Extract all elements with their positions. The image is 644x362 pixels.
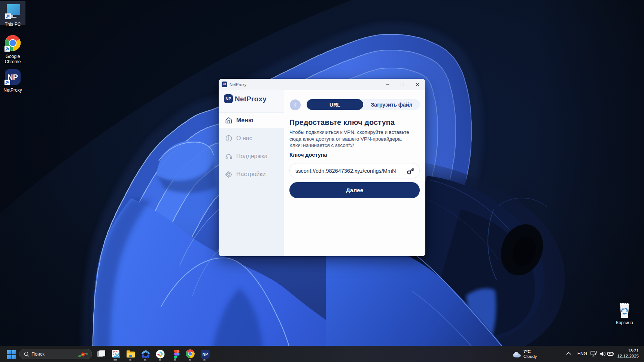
svg-text:NP: NP — [203, 352, 208, 356]
